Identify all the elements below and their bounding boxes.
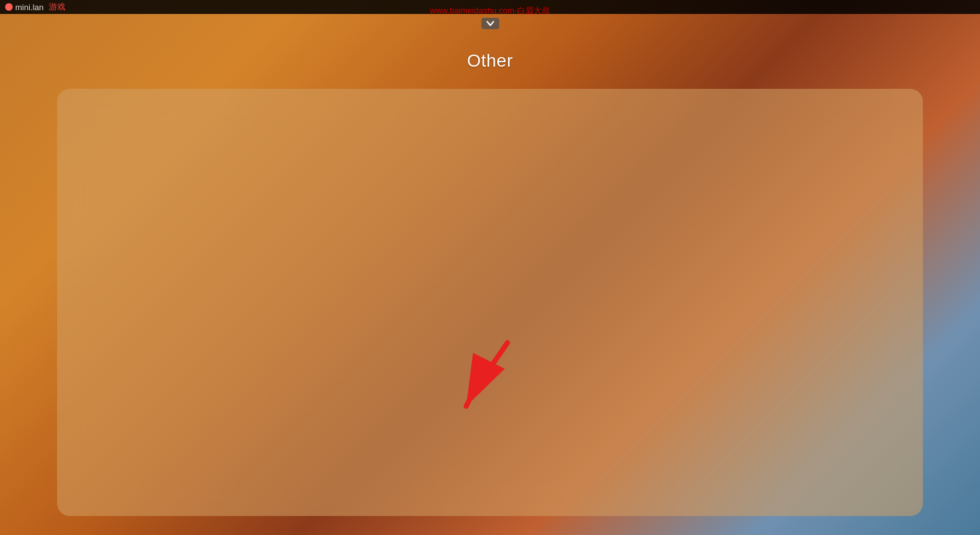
app-name: mini.lan [15, 3, 44, 12]
app-folder-container [57, 89, 923, 516]
watermark: www.baimeidashu.com-白眉大叔 [430, 5, 550, 17]
game-label: 游戏 [49, 1, 65, 13]
page-title: Other [0, 51, 980, 71]
close-button[interactable] [5, 3, 13, 11]
dropdown-button[interactable] [481, 18, 499, 29]
apps-grid [82, 108, 898, 127]
